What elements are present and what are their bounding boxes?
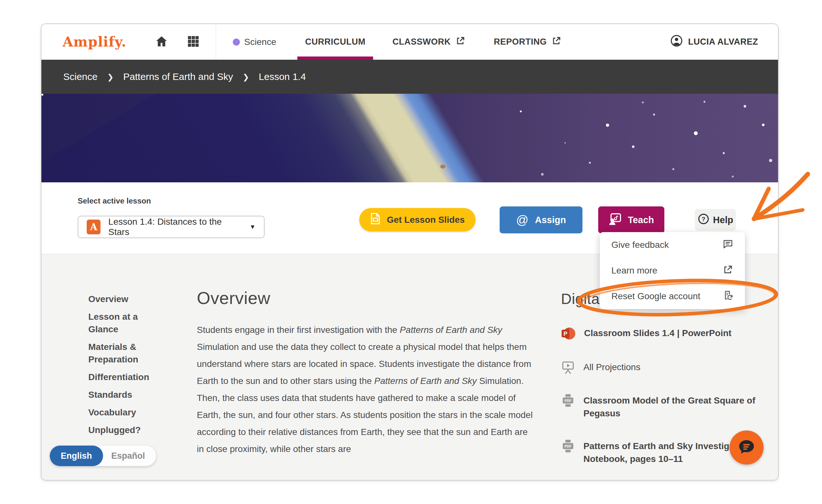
svg-text:?: ? <box>702 215 706 222</box>
comment-icon <box>723 238 733 252</box>
projector-icon <box>561 360 575 374</box>
chevron-down-icon: ▼ <box>250 223 256 230</box>
help-menu-item[interactable]: Reset Google account <box>600 284 745 309</box>
resource-label: Classroom Model of the Great Square of P… <box>583 394 779 420</box>
lesson-nav-item[interactable]: Lesson at a Glance <box>88 311 168 336</box>
get-lesson-slides-label: Get Lesson Slides <box>387 215 465 225</box>
help-dropdown-menu: Give feedbackLearn moreReset Google acco… <box>600 232 745 309</box>
home-icon <box>155 35 168 49</box>
language-toggle: English Español <box>50 446 156 466</box>
svg-text:P: P <box>563 331 567 337</box>
resource-item[interactable]: PDFClassroom Model of the Great Square o… <box>561 394 779 420</box>
svg-text:PDF: PDF <box>564 444 571 448</box>
help-button[interactable]: ? Help <box>695 209 736 231</box>
select-active-lesson-label: Select active lesson <box>78 196 151 205</box>
account-icon <box>670 34 683 49</box>
help-menu-item[interactable]: Give feedback <box>600 232 745 258</box>
svg-text:PDF: PDF <box>564 399 571 403</box>
top-nav: Amplify. Science <box>41 24 778 60</box>
nav-tabs: Science CURRICULUM CLASSWORK REPORTING <box>216 24 563 60</box>
external-link-icon <box>723 264 733 278</box>
chat-bubble-icon <box>736 437 757 458</box>
tab-curriculum[interactable]: CURRICULUM <box>304 24 367 60</box>
assign-button[interactable]: @ Assign <box>500 206 582 233</box>
help-icon: ? <box>698 213 709 227</box>
help-menu-item-label: Learn more <box>611 266 657 276</box>
language-spanish-button[interactable]: Español <box>103 451 153 461</box>
breadcrumb-item: Lesson 1.4 <box>259 71 306 82</box>
subject-dot-icon <box>233 38 240 46</box>
subject-label: Science <box>244 37 277 47</box>
chat-button[interactable] <box>730 431 764 465</box>
resource-label: Classroom Slides 1.4 | PowerPoint <box>584 326 732 340</box>
tab-classwork[interactable]: CLASSWORK <box>391 24 467 60</box>
language-english-button[interactable]: English <box>50 446 103 466</box>
tab-reporting-label: REPORTING <box>494 37 547 47</box>
subject-selector[interactable]: Science <box>232 24 278 60</box>
user-menu[interactable]: LUCIA ALVAREZ <box>670 34 758 49</box>
tab-curriculum-label: CURRICULUM <box>305 37 365 47</box>
lesson-type-badge: A <box>87 219 100 234</box>
grid-icon <box>187 35 200 49</box>
lesson-nav-item[interactable]: Standards <box>88 389 168 401</box>
lesson-dropdown[interactable]: A Lesson 1.4: Distances to the Stars ▼ <box>78 216 265 238</box>
reset-document-icon <box>723 290 733 303</box>
lesson-hero-image <box>41 94 778 182</box>
lesson-nav-item[interactable]: Unplugged? <box>88 424 168 436</box>
starfield <box>41 94 778 182</box>
teach-button[interactable]: Teach <box>598 206 664 233</box>
teach-presentation-icon <box>608 213 621 227</box>
overview-paragraph: Students engage in their first investiga… <box>197 321 533 457</box>
pdf-icon: PDF <box>561 394 575 408</box>
breadcrumb-item[interactable]: Science <box>63 71 98 82</box>
lesson-nav-item[interactable]: Vocabulary <box>88 406 168 419</box>
page: Amplify. Science <box>0 0 822 504</box>
help-menu-item-label: Reset Google account <box>611 291 700 302</box>
slides-icon <box>370 212 381 227</box>
resource-item[interactable]: All Projections <box>561 360 779 374</box>
amplify-logo[interactable]: Amplify. <box>63 34 126 50</box>
help-label: Help <box>713 215 733 225</box>
help-menu-item[interactable]: Learn more <box>600 258 745 284</box>
selected-lesson-label: Lesson 1.4: Distances to the Stars <box>108 217 237 237</box>
tab-classwork-label: CLASSWORK <box>392 37 451 47</box>
teach-label: Teach <box>628 215 654 225</box>
apps-grid-button[interactable] <box>187 35 200 49</box>
at-icon: @ <box>516 214 528 226</box>
external-link-icon <box>455 36 466 48</box>
lesson-nav-item[interactable]: Differentiation <box>88 371 168 383</box>
chevron-right-icon: ❯ <box>243 73 249 81</box>
tab-reporting[interactable]: REPORTING <box>492 24 563 60</box>
chevron-right-icon: ❯ <box>107 73 114 81</box>
overview-title: Overview <box>197 288 533 308</box>
assign-label: Assign <box>535 215 566 225</box>
user-name: LUCIA ALVAREZ <box>688 37 758 47</box>
powerpoint-icon: P <box>561 326 576 341</box>
help-menu-item-label: Give feedback <box>611 240 669 250</box>
lesson-nav-item[interactable]: Overview <box>88 293 168 305</box>
get-lesson-slides-button[interactable]: Get Lesson Slides <box>359 208 475 231</box>
lesson-section-nav: OverviewLesson at a GlanceMaterials & Pr… <box>88 293 168 441</box>
breadcrumb-item[interactable]: Patterns of Earth and Sky <box>123 71 233 82</box>
external-link-icon <box>551 36 561 48</box>
lesson-nav-item[interactable]: Materials & Preparation <box>88 341 168 366</box>
resource-label: All Projections <box>583 360 640 374</box>
resource-item[interactable]: PClassroom Slides 1.4 | PowerPoint <box>561 326 779 341</box>
breadcrumb: Science❯Patterns of Earth and Sky❯Lesson… <box>41 60 778 94</box>
overview-section: Overview Students engage in their first … <box>197 254 533 457</box>
pdf-icon: PDF <box>561 439 575 453</box>
star-orange <box>440 165 445 168</box>
home-button[interactable] <box>155 35 168 49</box>
